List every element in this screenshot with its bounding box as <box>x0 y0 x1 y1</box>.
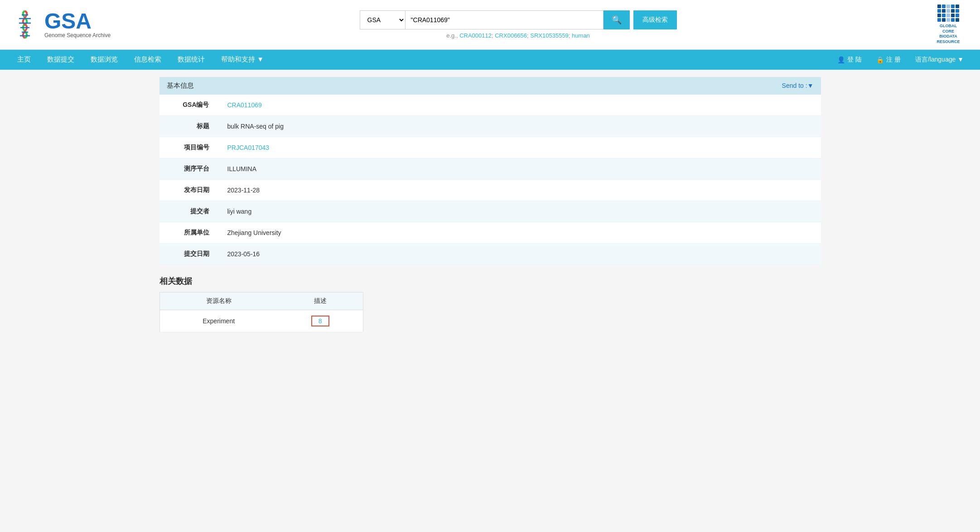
header: GSA Genome Sequence Archive GSA ALL 🔍 高级… <box>0 0 980 50</box>
gcbr-dot <box>937 18 941 22</box>
gcbr-dot <box>942 5 946 8</box>
advanced-search-button[interactable]: 高级检索 <box>633 10 677 29</box>
related-resource-count: 8 <box>278 310 363 332</box>
table-row: 标题 bulk RNA-seq of pig <box>159 115 821 137</box>
field-label-gsa-id: GSA编号 <box>159 95 218 116</box>
col-header-description: 描述 <box>278 292 363 310</box>
field-value-submit-date: 2023-05-16 <box>218 243 821 264</box>
gcbr-dot <box>956 5 959 8</box>
gsa-logo-icon <box>9 9 41 40</box>
col-header-resource: 资源名称 <box>159 292 278 310</box>
search-row: GSA ALL 🔍 高级检索 <box>360 10 677 29</box>
field-label-project-id: 项目编号 <box>159 137 218 158</box>
table-row: GSA编号 CRA011069 <box>159 95 821 116</box>
basic-info-title: 基本信息 <box>167 81 194 90</box>
nav-item-search[interactable]: 信息检索 <box>126 50 169 70</box>
logo-subtitle-text: Genome Sequence Archive <box>44 32 111 38</box>
search-button[interactable]: 🔍 <box>603 10 630 29</box>
example-link-human[interactable]: human <box>572 32 590 39</box>
gcbr-dot <box>946 5 950 8</box>
main-content: 基本信息 Send to :▼ GSA编号 CRA011069 标题 bulk … <box>150 70 830 340</box>
field-value-release-date: 2023-11-28 <box>218 179 821 201</box>
nav-item-submit[interactable]: 数据提交 <box>39 50 82 70</box>
field-label-title: 标题 <box>159 115 218 137</box>
gcbr-dot <box>956 14 959 17</box>
field-value-submitter: liyi wang <box>218 201 821 222</box>
logo-text: GSA Genome Sequence Archive <box>44 10 111 38</box>
nav-login[interactable]: 👤 登 陆 <box>830 50 869 70</box>
field-label-submitter: 提交者 <box>159 201 218 222</box>
example-link-cra[interactable]: CRA000112 <box>459 32 492 39</box>
search-area: GSA ALL 🔍 高级检索 e.g., CRA000112; CRX00665… <box>120 10 917 39</box>
basic-info-table: GSA编号 CRA011069 标题 bulk RNA-seq of pig 项… <box>159 95 821 265</box>
field-label-platform: 测序平台 <box>159 158 218 179</box>
nav-item-help[interactable]: 帮助和支持 ▼ <box>213 50 272 70</box>
table-row: 所属单位 Zhejiang University <box>159 222 821 243</box>
field-value-platform: ILLUMINA <box>218 158 821 179</box>
field-label-submit-date: 提交日期 <box>159 243 218 264</box>
table-row: 提交日期 2023-05-16 <box>159 243 821 264</box>
gcbr-grid-icon <box>937 5 959 22</box>
field-label-release-date: 发布日期 <box>159 179 218 201</box>
experiment-count-badge[interactable]: 8 <box>311 316 329 326</box>
gsa-id-link[interactable]: CRA011069 <box>227 101 262 109</box>
gcbr-dot <box>946 14 950 17</box>
table-row: Experiment 8 <box>159 310 363 332</box>
example-link-srx[interactable]: SRX10535559 <box>530 32 569 39</box>
field-value-title: bulk RNA-seq of pig <box>218 115 821 137</box>
nav-right: 👤 登 陆 🔒 注 册 语言/language ▼ <box>830 50 971 70</box>
related-data-title: 相关数据 <box>159 276 821 287</box>
examples-prefix: e.g., <box>446 32 459 39</box>
gcbr-text: GLOBAL CORE BIODATA RESOURCE <box>937 24 960 45</box>
gcbr-dot <box>956 18 959 22</box>
gcbr-dot <box>942 9 946 13</box>
field-value-project-id: PRJCA017043 <box>218 137 821 158</box>
search-input[interactable] <box>405 10 603 29</box>
field-label-institution: 所属单位 <box>159 222 218 243</box>
nav-item-stats[interactable]: 数据统计 <box>169 50 213 70</box>
nav-item-home[interactable]: 主页 <box>9 50 39 70</box>
project-id-link[interactable]: PRJCA017043 <box>227 144 270 151</box>
table-header-row: 资源名称 描述 <box>159 292 363 310</box>
gcbr-dot <box>956 9 959 13</box>
gcbr-dot <box>937 5 941 8</box>
basic-info-header: 基本信息 Send to :▼ <box>159 77 821 95</box>
gcbr-dot <box>942 18 946 22</box>
logo-area: GSA Genome Sequence Archive <box>9 9 111 40</box>
field-value-institution: Zhejiang University <box>218 222 821 243</box>
lock-icon: 🔒 <box>876 56 884 63</box>
gcbr-dot <box>937 9 941 13</box>
gcbr-dot <box>942 14 946 17</box>
table-row: 测序平台 ILLUMINA <box>159 158 821 179</box>
example-link-crx[interactable]: CRX006656 <box>495 32 527 39</box>
gcbr-dot <box>937 14 941 17</box>
nav-language[interactable]: 语言/language ▼ <box>908 50 971 70</box>
field-value-gsa-id: CRA011069 <box>218 95 821 116</box>
logo-gsa-text: GSA <box>44 10 111 32</box>
gcbr-dot <box>946 9 950 13</box>
gcbr-logo: GLOBAL CORE BIODATA RESOURCE <box>926 5 971 45</box>
table-row: 项目编号 PRJCA017043 <box>159 137 821 158</box>
nav-register[interactable]: 🔒 注 册 <box>869 50 908 70</box>
related-resource-name: Experiment <box>159 310 278 332</box>
main-nav: 主页 数据提交 数据浏览 信息检索 数据统计 帮助和支持 ▼ 👤 登 陆 🔒 注… <box>0 50 980 70</box>
gcbr-dot <box>951 18 955 22</box>
gcbr-dot <box>951 5 955 8</box>
gcbr-dot <box>951 9 955 13</box>
send-to-button[interactable]: Send to :▼ <box>782 82 814 89</box>
table-row: 提交者 liyi wang <box>159 201 821 222</box>
search-examples: e.g., CRA000112; CRX006656; SRX10535559;… <box>446 32 590 39</box>
gcbr-dot <box>951 14 955 17</box>
search-icon: 🔍 <box>612 15 622 25</box>
nav-item-browse[interactable]: 数据浏览 <box>82 50 126 70</box>
search-scope-select[interactable]: GSA ALL <box>360 10 405 29</box>
related-data-table: 资源名称 描述 Experiment 8 <box>159 292 363 332</box>
table-row: 发布日期 2023-11-28 <box>159 179 821 201</box>
gcbr-dot <box>946 18 950 22</box>
person-icon: 👤 <box>837 56 845 63</box>
